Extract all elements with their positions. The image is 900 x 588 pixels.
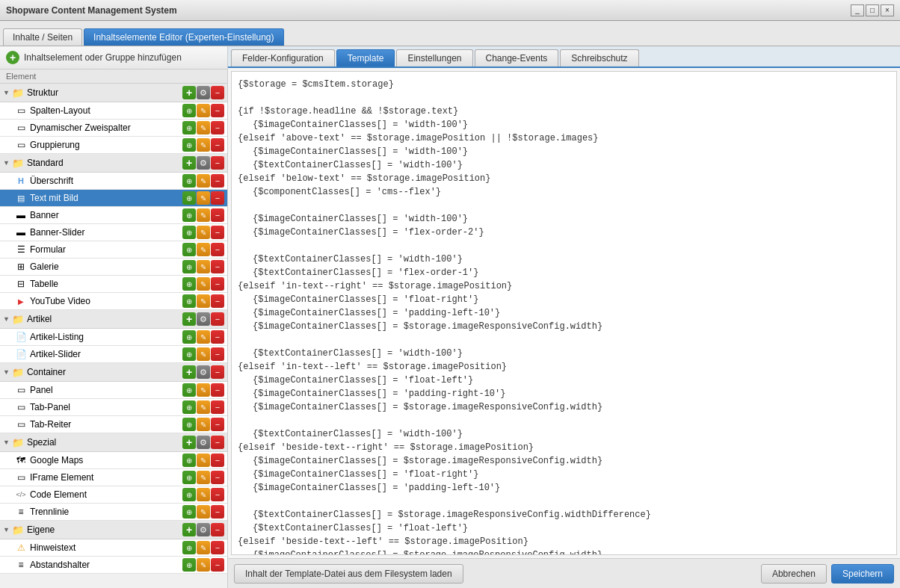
edit-text-mit-bild[interactable]: ✎ — [197, 191, 210, 205]
group-header-spezial[interactable]: ▼ 📁 Spezial + ⚙ − — [0, 433, 227, 452]
group-actions-container[interactable]: + ⚙ − — [182, 365, 224, 379]
item-hinweistext[interactable]: ⚠ Hinweistext ⊕ ✎ − — [0, 539, 227, 557]
edit-spalten-layout[interactable]: ✎ — [197, 104, 210, 117]
window-controls[interactable]: _ □ × — [851, 4, 894, 16]
item-gruppierung[interactable]: ▭ Gruppierung ⊕ ✎ − — [0, 137, 227, 154]
actions-formular[interactable]: ⊕ ✎ − — [182, 243, 224, 256]
item-banner[interactable]: ▬ Banner ⊕ ✎ − — [0, 207, 227, 224]
edit-code-element[interactable]: ✎ — [197, 488, 210, 501]
edit-galerie[interactable]: ✎ — [197, 260, 210, 273]
actions-google-maps[interactable]: ⊕ ✎ − — [182, 454, 224, 467]
copy-galerie[interactable]: ⊕ — [182, 260, 196, 273]
copy-banner[interactable]: ⊕ — [182, 208, 196, 222]
edit-iframe-element[interactable]: ✎ — [197, 471, 210, 484]
edit-abstandshalter[interactable]: ✎ — [197, 558, 210, 572]
actions-code-element[interactable]: ⊕ ✎ − — [182, 488, 224, 501]
edit-panel[interactable]: ✎ — [197, 383, 210, 397]
edit-artikel-slider[interactable]: ✎ — [197, 347, 210, 361]
tab-change-events[interactable]: Change-Events — [475, 49, 559, 66]
actions-youtube-video[interactable]: ⊕ ✎ − — [182, 294, 224, 308]
copy-trennlinie[interactable]: ⊕ — [182, 505, 196, 519]
delete-eigene-button[interactable]: − — [211, 523, 224, 536]
copy-banner-slider[interactable]: ⊕ — [182, 226, 196, 239]
delete-gruppierung[interactable]: − — [211, 138, 224, 152]
actions-panel[interactable]: ⊕ ✎ − — [182, 383, 224, 397]
item-ueberschrift[interactable]: Überschrift ⊕ ✎ − — [0, 173, 227, 190]
delete-artikel-slider[interactable]: − — [211, 347, 224, 361]
gear-standard-button[interactable]: ⚙ — [197, 156, 210, 170]
edit-trennlinie[interactable]: ✎ — [197, 505, 210, 519]
group-actions-artikel[interactable]: + ⚙ − — [182, 312, 224, 326]
delete-galerie[interactable]: − — [211, 260, 224, 273]
actions-ueberschrift[interactable]: ⊕ ✎ − — [182, 174, 224, 188]
tab-felder-konfiguration[interactable]: Felder-Konfiguration — [231, 49, 335, 66]
item-iframe-element[interactable]: ▭ IFrame Element ⊕ ✎ − — [0, 469, 227, 486]
edit-google-maps[interactable]: ✎ — [197, 454, 210, 467]
delete-spalten-layout[interactable]: − — [211, 104, 224, 117]
delete-standard-button[interactable]: − — [211, 156, 224, 170]
delete-panel[interactable]: − — [211, 383, 224, 397]
item-panel[interactable]: ▭ Panel ⊕ ✎ − — [0, 382, 227, 399]
item-abstandshalter[interactable]: ≡ Abstandshalter ⊕ ✎ − — [0, 557, 227, 574]
actions-galerie[interactable]: ⊕ ✎ − — [182, 260, 224, 273]
add-to-standard-button[interactable]: + — [182, 156, 196, 170]
item-banner-slider[interactable]: ▬ Banner-Slider ⊕ ✎ − — [0, 224, 227, 241]
gear-spezial-button[interactable]: ⚙ — [197, 436, 210, 449]
add-to-spezial-button[interactable]: + — [182, 436, 196, 449]
edit-ueberschrift[interactable]: ✎ — [197, 174, 210, 188]
item-youtube-video[interactable]: YouTube Video ⊕ ✎ − — [0, 293, 227, 310]
group-header-struktur[interactable]: ▼ 📁 Struktur + ⚙ − — [0, 84, 227, 102]
edit-dynamischer[interactable]: ✎ — [197, 121, 210, 134]
group-actions-spezial[interactable]: + ⚙ − — [182, 436, 224, 449]
load-template-button[interactable]: Inhalt der Template-Datei aus dem Filesy… — [234, 564, 463, 584]
delete-artikel-button[interactable]: − — [211, 312, 224, 326]
edit-formular[interactable]: ✎ — [197, 243, 210, 256]
delete-google-maps[interactable]: − — [211, 454, 224, 467]
delete-code-element[interactable]: − — [211, 488, 224, 501]
item-google-maps[interactable]: 🗺 Google Maps ⊕ ✎ − — [0, 452, 227, 469]
delete-container-button[interactable]: − — [211, 365, 224, 379]
edit-hinweistext[interactable]: ✎ — [197, 541, 210, 554]
cancel-button[interactable]: Abbrechen — [761, 564, 827, 584]
save-button[interactable]: Speichern — [831, 564, 894, 584]
add-to-container-button[interactable]: + — [182, 365, 196, 379]
item-tab-reiter[interactable]: ▭ Tab-Reiter ⊕ ✎ − — [0, 416, 227, 433]
actions-tab-reiter[interactable]: ⊕ ✎ − — [182, 418, 224, 431]
copy-tab-panel[interactable]: ⊕ — [182, 400, 196, 414]
copy-text-mit-bild[interactable]: ⊕ — [182, 191, 196, 205]
group-actions-struktur[interactable]: + ⚙ − — [182, 86, 224, 99]
item-trennlinie[interactable]: ≡ Trennlinie ⊕ ✎ − — [0, 504, 227, 521]
gear-artikel-button[interactable]: ⚙ — [197, 312, 210, 326]
copy-hinweistext[interactable]: ⊕ — [182, 541, 196, 554]
item-dynamischer-zweispalter[interactable]: ▭ Dynamischer Zweispalter ⊕ ✎ − — [0, 120, 227, 137]
add-to-artikel-button[interactable]: + — [182, 312, 196, 326]
edit-tab-panel[interactable]: ✎ — [197, 400, 210, 414]
edit-artikel-listing[interactable]: ✎ — [197, 330, 210, 344]
delete-artikel-listing[interactable]: − — [211, 330, 224, 344]
delete-tab-reiter[interactable]: − — [211, 418, 224, 431]
add-to-struktur-button[interactable]: + — [182, 86, 196, 99]
copy-dynamischer[interactable]: ⊕ — [182, 121, 196, 134]
edit-youtube-video[interactable]: ✎ — [197, 294, 210, 308]
delete-banner[interactable]: − — [211, 208, 224, 222]
delete-struktur-button[interactable]: − — [211, 86, 224, 99]
copy-youtube-video[interactable]: ⊕ — [182, 294, 196, 308]
close-button[interactable]: × — [881, 4, 894, 16]
gear-eigene-button[interactable]: ⚙ — [197, 523, 210, 536]
delete-hinweistext[interactable]: − — [211, 541, 224, 554]
delete-formular[interactable]: − — [211, 243, 224, 256]
group-header-standard[interactable]: ▼ 📁 Standard + ⚙ − — [0, 154, 227, 173]
copy-tab-reiter[interactable]: ⊕ — [182, 418, 196, 431]
copy-abstandshalter[interactable]: ⊕ — [182, 558, 196, 572]
copy-gruppierung[interactable]: ⊕ — [182, 138, 196, 152]
tab-inhalte[interactable]: Inhalte / Seiten — [3, 28, 82, 46]
copy-google-maps[interactable]: ⊕ — [182, 454, 196, 467]
delete-ueberschrift[interactable]: − — [211, 174, 224, 188]
delete-abstandshalter[interactable]: − — [211, 558, 224, 572]
delete-tabelle[interactable]: − — [211, 277, 224, 291]
tab-template[interactable]: Template — [336, 49, 395, 66]
copy-panel[interactable]: ⊕ — [182, 383, 196, 397]
actions-artikel-slider[interactable]: ⊕ ✎ − — [182, 347, 224, 361]
tab-schreibschutz[interactable]: Schreibschutz — [560, 49, 638, 66]
tab-einstellungen[interactable]: Einstellungen — [396, 49, 472, 66]
